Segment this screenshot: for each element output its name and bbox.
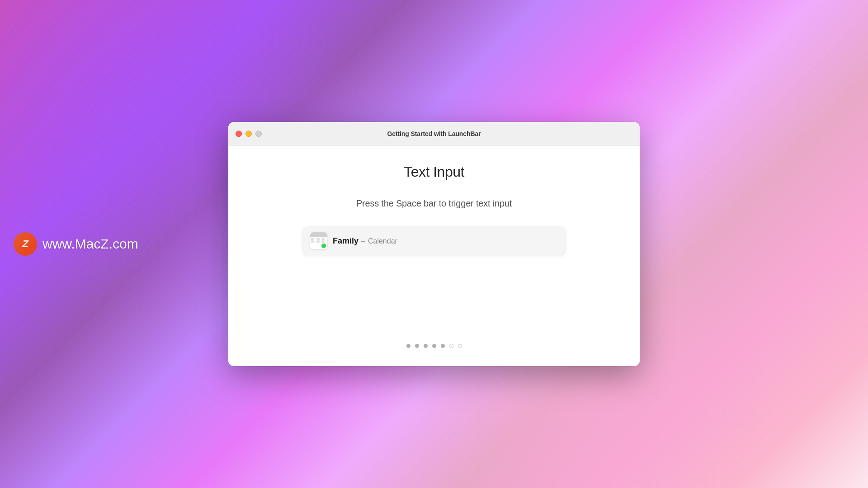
calendar-icon-body — [310, 237, 327, 244]
maximize-button[interactable] — [255, 131, 262, 137]
traffic-lights — [236, 131, 262, 137]
pagination-dot-3[interactable] — [424, 344, 428, 348]
calendar-icon-top — [310, 232, 327, 237]
pagination-dots — [406, 344, 462, 352]
cal-cell — [321, 238, 325, 240]
cal-cell — [316, 238, 320, 240]
result-item[interactable]: Family – Calendar — [303, 227, 565, 255]
window-title: Getting Started with LaunchBar — [387, 130, 481, 137]
pagination-dot-1[interactable] — [406, 344, 410, 348]
cal-cell — [311, 240, 314, 243]
section-title: Text Input — [404, 164, 464, 180]
pagination-dot-2[interactable] — [415, 344, 419, 348]
pagination-dot-7[interactable] — [458, 344, 462, 348]
cal-cell — [311, 238, 314, 240]
window-content: Text Input Press the Space bar to trigge… — [228, 145, 640, 366]
pagination-dot-5[interactable] — [441, 344, 445, 348]
macz-logo: Z — [14, 232, 37, 256]
cal-cell — [316, 240, 320, 243]
cal-cell — [321, 240, 325, 243]
calendar-icon — [310, 232, 327, 249]
titlebar: Getting Started with LaunchBar — [228, 122, 640, 145]
pagination-dot-6[interactable] — [449, 344, 453, 348]
green-dot-indicator — [321, 243, 326, 249]
macz-url: www.MacZ.com — [42, 236, 138, 252]
close-button[interactable] — [236, 131, 242, 137]
result-type: Calendar — [368, 237, 397, 245]
minimize-button[interactable] — [245, 131, 252, 137]
result-dash: – — [361, 237, 365, 245]
result-name: Family — [333, 236, 359, 246]
pagination-dot-4[interactable] — [432, 344, 436, 348]
watermark: Z www.MacZ.com — [14, 232, 138, 256]
result-text: Family – Calendar — [333, 236, 397, 246]
instruction-text: Press the Space bar to trigger text inpu… — [356, 198, 512, 209]
main-window: Getting Started with LaunchBar Text Inpu… — [228, 122, 640, 366]
